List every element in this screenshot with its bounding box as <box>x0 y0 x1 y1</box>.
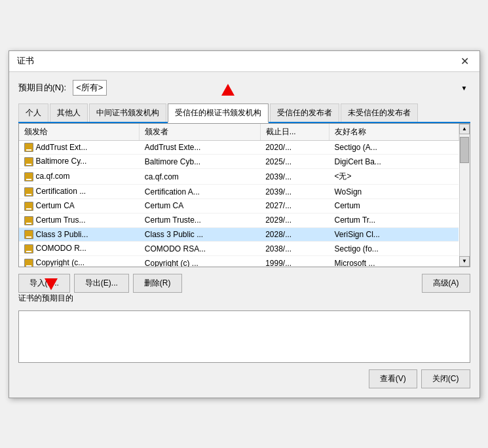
cell-issued-to: Class 3 Publi... <box>19 227 140 242</box>
bottom-buttons-row: 查看(V) 关闭(C) <box>18 369 470 388</box>
table-body: AddTrust Ext...AddTrust Exte...2020/...S… <box>19 140 459 267</box>
cell-issued-to: Baltimore Cy... <box>19 155 140 169</box>
cell-expiry: 2025/... <box>260 155 329 169</box>
purpose-select-wrapper: <所有> <box>73 80 470 96</box>
col-issuer[interactable]: 颁发者 <box>140 124 260 141</box>
dialog-body: 预期目的(N): <所有> 个人 其他人 中间证书颁发机构 受信任的根证书颁发机… <box>9 72 479 398</box>
certificate-icon <box>24 216 33 225</box>
tab-intermediate[interactable]: 中间证书颁发机构 <box>89 103 166 122</box>
view-button[interactable]: 查看(V) <box>369 369 417 388</box>
cell-expiry: 2038/... <box>260 242 329 256</box>
table-header: 颁发给 颁发者 截止日... 友好名称 <box>19 124 459 141</box>
certificate-dialog: 证书 ✕ 预期目的(N): <所有> 个人 其他人 中间证书颁发机构 受信任的根… <box>9 50 480 398</box>
tabs-container: 个人 其他人 中间证书颁发机构 受信任的根证书颁发机构 受信任的发布者 未受信任… <box>18 103 470 123</box>
col-issued-to[interactable]: 颁发给 <box>19 124 140 141</box>
purpose-label: 预期目的(N): <box>18 82 67 94</box>
cell-issued-to: COMODO R... <box>19 242 140 256</box>
cell-issuer: Certification A... <box>140 185 260 199</box>
cell-friendly: Sectigo (A... <box>329 140 459 155</box>
cell-expiry: 1999/... <box>260 256 329 267</box>
tab-others[interactable]: 其他人 <box>50 103 88 122</box>
down-arrow-icon <box>45 278 58 290</box>
cell-expiry: 2039/... <box>260 169 329 185</box>
cell-friendly: Sectigo (fo... <box>329 242 459 256</box>
export-button[interactable]: 导出(E)... <box>74 274 129 293</box>
cell-issuer: ca.qf.com <box>140 169 260 185</box>
table-row[interactable]: Baltimore Cy...Baltimore Cyb...2025/...D… <box>19 155 459 169</box>
annotation-arrow-top <box>221 84 235 98</box>
purpose-row: 预期目的(N): <所有> <box>18 80 470 96</box>
cell-friendly: Microsoft ... <box>329 256 459 267</box>
cell-friendly: Certum Tr... <box>329 213 459 227</box>
annotation-arrow-bottom <box>45 278 58 292</box>
cell-issuer: Class 3 Public ... <box>140 227 260 242</box>
certificate-icon <box>24 157 33 166</box>
scroll-thumb[interactable] <box>460 137 469 163</box>
advanced-button[interactable]: 高级(A) <box>422 274 470 293</box>
cell-issuer: Baltimore Cyb... <box>140 155 260 169</box>
purpose-desc-area <box>18 310 470 363</box>
certificate-icon <box>24 143 33 152</box>
certificate-table-container: 颁发给 颁发者 截止日... 友好名称 AddTrust Ext...AddTr… <box>18 123 470 267</box>
close-button[interactable]: ✕ <box>459 54 472 67</box>
cell-expiry: 2039/... <box>260 185 329 199</box>
certificate-icon <box>24 202 33 211</box>
col-friendly[interactable]: 友好名称 <box>329 124 459 141</box>
cell-issuer: COMODO RSA... <box>140 242 260 256</box>
table-row[interactable]: Certum Trus...Certum Truste...2029/...Ce… <box>19 213 459 227</box>
dialog-close-button[interactable]: 关闭(C) <box>421 369 470 388</box>
purpose-desc-label: 证书的预期目的 <box>18 293 470 304</box>
table-row[interactable]: Class 3 Publi...Class 3 Public ...2028/.… <box>19 227 459 242</box>
certificate-icon <box>24 259 33 266</box>
table-row[interactable]: Certification ...Certification A...2039/… <box>19 185 459 199</box>
cell-friendly: <无> <box>329 169 459 185</box>
certificate-icon <box>24 187 33 196</box>
cell-issuer: Certum CA <box>140 198 260 213</box>
tab-personal[interactable]: 个人 <box>18 103 48 122</box>
cell-issued-to: Certification ... <box>19 185 140 199</box>
table-row[interactable]: ca.qf.comca.qf.com2039/...<无> <box>19 169 459 185</box>
tabs-wrapper: 个人 其他人 中间证书颁发机构 受信任的根证书颁发机构 受信任的发布者 未受信任… <box>18 103 470 123</box>
cell-issued-to: Copyright (c... <box>19 256 140 267</box>
scroll-up-button[interactable]: ▲ <box>459 124 470 134</box>
cell-issuer: Certum Truste... <box>140 213 260 227</box>
tab-trusted-publisher[interactable]: 受信任的发布者 <box>270 103 339 122</box>
certificate-table: 颁发给 颁发者 截止日... 友好名称 AddTrust Ext...AddTr… <box>19 124 459 267</box>
purpose-select[interactable]: <所有> <box>73 80 107 96</box>
col-expiry[interactable]: 截止日... <box>260 124 329 141</box>
purpose-desc-wrapper: 证书的预期目的 <box>18 293 470 363</box>
cell-issuer: Copyright (c) ... <box>140 256 260 267</box>
action-buttons-row: 导入(I)... 导出(E)... 删除(R) 高级(A) <box>18 274 470 293</box>
table-row[interactable]: COMODO R...COMODO RSA...2038/...Sectigo … <box>19 242 459 256</box>
cell-expiry: 2020/... <box>260 140 329 155</box>
up-arrow-icon <box>221 84 235 96</box>
cell-friendly: WoSign <box>329 185 459 199</box>
tab-trusted-root[interactable]: 受信任的根证书颁发机构 <box>168 103 269 123</box>
certificate-icon <box>24 244 33 253</box>
remove-button[interactable]: 删除(R) <box>133 274 182 293</box>
tab-untrusted-publisher[interactable]: 未受信任的发布者 <box>341 103 418 122</box>
table-row[interactable]: Certum CACertum CA2027/...Certum <box>19 198 459 213</box>
table-row[interactable]: AddTrust Ext...AddTrust Exte...2020/...S… <box>19 140 459 155</box>
dialog-title: 证书 <box>17 55 34 67</box>
cell-issued-to: Certum CA <box>19 198 140 213</box>
scroll-down-button[interactable]: ▼ <box>459 256 470 267</box>
cell-friendly: Certum <box>329 198 459 213</box>
cell-expiry: 2029/... <box>260 213 329 227</box>
cell-issued-to: AddTrust Ext... <box>19 140 140 155</box>
scrollbar[interactable]: ▲ ▼ <box>459 124 470 267</box>
table-scroll-area[interactable]: 颁发给 颁发者 截止日... 友好名称 AddTrust Ext...AddTr… <box>19 124 459 267</box>
certificate-icon <box>24 172 33 181</box>
cell-issuer: AddTrust Exte... <box>140 140 260 155</box>
cell-issued-to: ca.qf.com <box>19 169 140 185</box>
cell-issued-to: Certum Trus... <box>19 213 140 227</box>
certificate-icon <box>24 230 33 239</box>
cell-friendly: VeriSign Cl... <box>329 227 459 242</box>
title-bar: 证书 ✕ <box>9 51 479 72</box>
cell-friendly: DigiCert Ba... <box>329 155 459 169</box>
table-row[interactable]: Copyright (c...Copyright (c) ...1999/...… <box>19 256 459 267</box>
cell-expiry: 2027/... <box>260 198 329 213</box>
cell-expiry: 2028/... <box>260 227 329 242</box>
